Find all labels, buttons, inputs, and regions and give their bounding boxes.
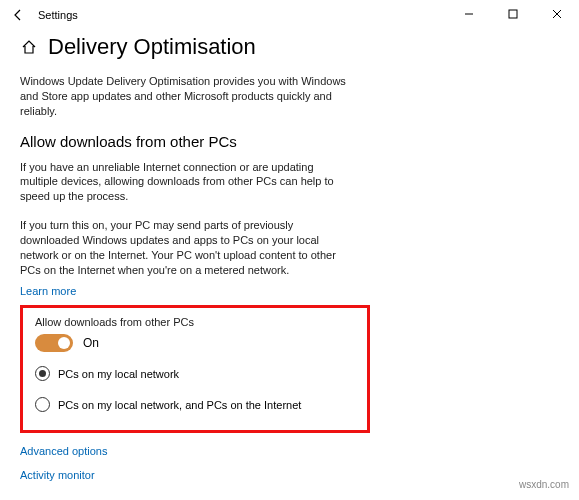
paragraph-2: If you turn this on, your PC may send pa… <box>20 218 350 277</box>
activity-monitor-link[interactable]: Activity monitor <box>20 469 95 481</box>
radio-local-label: PCs on my local network <box>58 368 179 380</box>
radio-icon <box>35 397 50 412</box>
radio-icon <box>35 366 50 381</box>
advanced-options-link[interactable]: Advanced options <box>20 445 107 457</box>
intro-text: Windows Update Delivery Optimisation pro… <box>20 74 350 119</box>
close-button[interactable] <box>535 0 579 28</box>
learn-more-link[interactable]: Learn more <box>20 285 76 297</box>
svg-rect-1 <box>509 10 517 18</box>
toggle-state-text: On <box>83 336 99 350</box>
radio-local-network[interactable]: PCs on my local network <box>35 366 355 381</box>
watermark: wsxdn.com <box>519 479 569 490</box>
page-heading: Delivery Optimisation <box>48 34 256 60</box>
maximize-button[interactable] <box>491 0 535 28</box>
radio-internet[interactable]: PCs on my local network, and PCs on the … <box>35 397 355 412</box>
toggle-label: Allow downloads from other PCs <box>35 316 355 328</box>
paragraph-1: If you have an unreliable Internet conne… <box>20 160 350 205</box>
allow-downloads-toggle[interactable] <box>35 334 73 352</box>
minimize-button[interactable] <box>447 0 491 28</box>
window-title: Settings <box>38 9 78 21</box>
back-button[interactable] <box>6 3 30 27</box>
home-icon[interactable] <box>20 38 38 56</box>
radio-internet-label: PCs on my local network, and PCs on the … <box>58 399 301 411</box>
section-heading: Allow downloads from other PCs <box>20 133 559 150</box>
highlighted-options-box: Allow downloads from other PCs On PCs on… <box>20 305 370 433</box>
